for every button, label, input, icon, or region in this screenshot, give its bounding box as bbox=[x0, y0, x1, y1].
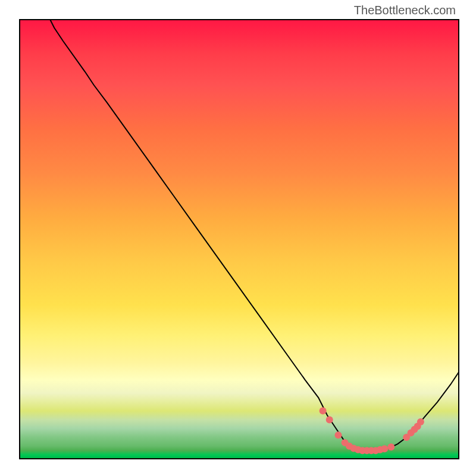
attribution-text: TheBottleneck.com bbox=[354, 4, 456, 17]
chart-border bbox=[19, 19, 459, 459]
chart-container: TheBottleneck.com bbox=[0, 0, 476, 476]
